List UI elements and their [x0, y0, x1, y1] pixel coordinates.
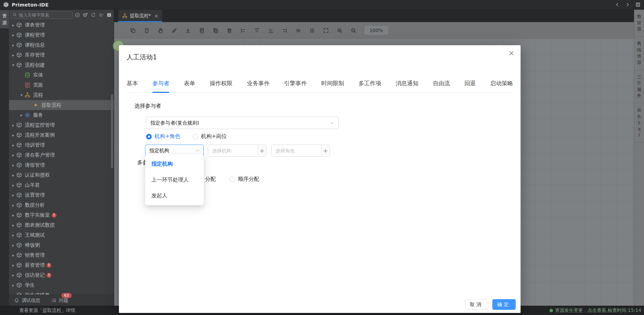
- tree-collapse-arrow-icon[interactable]: ▼: [10, 63, 16, 67]
- tree-item[interactable]: ▶山羊君: [9, 180, 114, 190]
- dialog-tab[interactable]: 消息通知: [396, 80, 419, 92]
- dialog-tab[interactable]: 引擎事件: [284, 80, 307, 92]
- new-model-icon[interactable]: [83, 12, 88, 18]
- align-top-icon[interactable]: [254, 28, 260, 33]
- tree-item[interactable]: 页面: [9, 80, 114, 90]
- tree-item[interactable]: ▶服务: [9, 110, 114, 120]
- tree-item[interactable]: ▶数字实验室!: [9, 210, 114, 220]
- tree-collapse-arrow-icon[interactable]: ▼: [19, 93, 24, 97]
- tree-expand-arrow-icon[interactable]: ▶: [10, 214, 16, 217]
- tree-expand-arrow-icon[interactable]: ▶: [10, 264, 16, 267]
- save-icon[interactable]: [635, 2, 641, 7]
- tree-item[interactable]: ▶流程开发案例: [9, 130, 114, 140]
- dialog-tab[interactable]: 时间限制: [321, 80, 344, 92]
- tree-item[interactable]: ▶设置管理: [9, 190, 114, 200]
- tree-item[interactable]: ▶认证和授权: [9, 170, 114, 180]
- download-icon[interactable]: [185, 28, 191, 33]
- tree-expand-arrow-icon[interactable]: ▶: [10, 134, 16, 137]
- refresh-icon[interactable]: [91, 12, 96, 18]
- nav-back-icon[interactable]: [615, 2, 620, 7]
- dialog-tab[interactable]: 自由流: [433, 80, 450, 92]
- role-input[interactable]: [272, 145, 321, 156]
- mode-radio-option[interactable]: 机构+角色: [146, 133, 180, 140]
- tree-expand-arrow-icon[interactable]: ▶: [10, 53, 16, 57]
- sort-icon[interactable]: [99, 12, 104, 18]
- dialog-tab[interactable]: 业务事件: [247, 80, 270, 92]
- dialog-tab[interactable]: 回退: [464, 80, 476, 92]
- align-right-icon[interactable]: [282, 28, 288, 33]
- tree-expand-arrow-icon[interactable]: ▶: [10, 274, 16, 277]
- dropdown-option[interactable]: 上一环节处理人: [145, 172, 204, 188]
- tree-expand-arrow-icon[interactable]: ▶: [10, 284, 16, 287]
- trash-icon[interactable]: [227, 28, 232, 33]
- brush-icon[interactable]: [171, 28, 177, 33]
- dropdown-option[interactable]: 发起人: [145, 188, 204, 204]
- dialog-tab[interactable]: 启动策略: [490, 80, 513, 92]
- tree-expand-arrow-icon[interactable]: ▶: [10, 144, 16, 147]
- participant-type-select[interactable]: 指定参与者(复合规则): [146, 117, 339, 129]
- zoom-level[interactable]: 100%: [364, 26, 388, 35]
- clipboard-icon[interactable]: [144, 28, 150, 33]
- files-icon[interactable]: [213, 28, 219, 33]
- tree-item[interactable]: ▶培训管理: [9, 140, 114, 150]
- tree-item[interactable]: ▶流程监控管理: [9, 120, 114, 130]
- cancel-button[interactable]: 取消: [465, 299, 488, 310]
- right-panel-tab[interactable]: 离线资源: [634, 37, 644, 70]
- sequence-radio-label[interactable]: 顺序分配: [238, 176, 259, 183]
- tree-item[interactable]: ▶课表管理: [9, 20, 114, 30]
- tree-expand-arrow-icon[interactable]: ▶: [10, 224, 16, 227]
- tree-item[interactable]: 实体: [9, 70, 114, 80]
- role-add-button[interactable]: +: [321, 145, 330, 156]
- right-panel-tab[interactable]: 三方服务: [634, 70, 644, 104]
- file-icon[interactable]: [199, 28, 205, 33]
- org-add-button[interactable]: +: [258, 145, 266, 156]
- sidebar-scrollbar[interactable]: [111, 94, 113, 168]
- zoom-in-icon[interactable]: [337, 28, 343, 33]
- tree-item[interactable]: ▶薪资管理!: [9, 260, 114, 270]
- tree-expand-arrow-icon[interactable]: ▶: [10, 244, 16, 247]
- footer-item-debug[interactable]: 调试信息: [14, 297, 40, 304]
- zoom-out-icon[interactable]: [351, 28, 356, 33]
- dialog-tab[interactable]: 多工作项: [359, 80, 381, 92]
- align-bottom-icon[interactable]: [268, 28, 274, 33]
- tree-expand-arrow-icon[interactable]: ▶: [10, 174, 16, 177]
- distribute-vertical-icon[interactable]: [309, 28, 315, 33]
- mode-radio-option[interactable]: 机构+岗位: [193, 133, 227, 140]
- tree-item[interactable]: ▶库存管理: [9, 50, 114, 60]
- right-panel-tab[interactable]: 命名Sql: [634, 103, 644, 143]
- center-horizontal-icon[interactable]: [295, 28, 301, 33]
- tree-item[interactable]: ▶稀饭粥: [9, 240, 114, 250]
- hand-icon[interactable]: [158, 28, 163, 33]
- import-icon[interactable]: in: [107, 12, 112, 18]
- dialog-tab[interactable]: 表单: [184, 80, 195, 92]
- tree-expand-arrow-icon[interactable]: ▶: [10, 184, 16, 187]
- tree-item[interactable]: ▶图表测试数据: [9, 220, 114, 230]
- sequence-radio[interactable]: [230, 177, 235, 182]
- dialog-tab[interactable]: 参与者: [152, 80, 170, 92]
- tree-expand-arrow-icon[interactable]: ▶: [10, 33, 16, 37]
- status-resource-change[interactable]: 资源发生变更，点击查看,检查时间:15:14: [550, 307, 641, 314]
- tree-expand-arrow-icon[interactable]: ▶: [10, 234, 16, 237]
- tree-item[interactable]: ▼流程创建: [9, 60, 114, 70]
- ok-button[interactable]: 确定: [492, 299, 516, 310]
- tree-item[interactable]: ▶学生: [9, 280, 114, 290]
- tree-expand-arrow-icon[interactable]: ▶: [10, 204, 16, 207]
- tree-expand-arrow-icon[interactable]: ▶: [10, 43, 16, 47]
- tree-expand-arrow-icon[interactable]: ▶: [10, 164, 16, 167]
- activity-tab-resources[interactable]: 资源: [0, 10, 9, 28]
- tree-expand-arrow-icon[interactable]: ▶: [10, 124, 16, 127]
- dialog-close-icon[interactable]: ✕: [508, 50, 514, 57]
- tree-item[interactable]: ▶王斌测试: [9, 230, 114, 240]
- tree-expand-arrow-icon[interactable]: ▶: [10, 154, 16, 157]
- tree-item[interactable]: ▶潜在客户管理: [9, 150, 114, 160]
- ai-icon[interactable]: AI: [75, 12, 80, 18]
- dropdown-option[interactable]: 指定机构: [145, 156, 204, 172]
- org-input[interactable]: [208, 145, 258, 156]
- tree-expand-arrow-icon[interactable]: ▶: [19, 114, 24, 117]
- tree-item[interactable]: ▶信访登记!: [9, 270, 114, 280]
- fit-screen-icon[interactable]: [323, 28, 329, 33]
- editor-tab-active[interactable]: 提取流程* ✕: [118, 10, 162, 22]
- copy-icon[interactable]: [130, 28, 136, 33]
- tree-item[interactable]: ▶销售管理: [9, 250, 114, 260]
- footer-item-issues[interactable]: 问题: [51, 297, 68, 304]
